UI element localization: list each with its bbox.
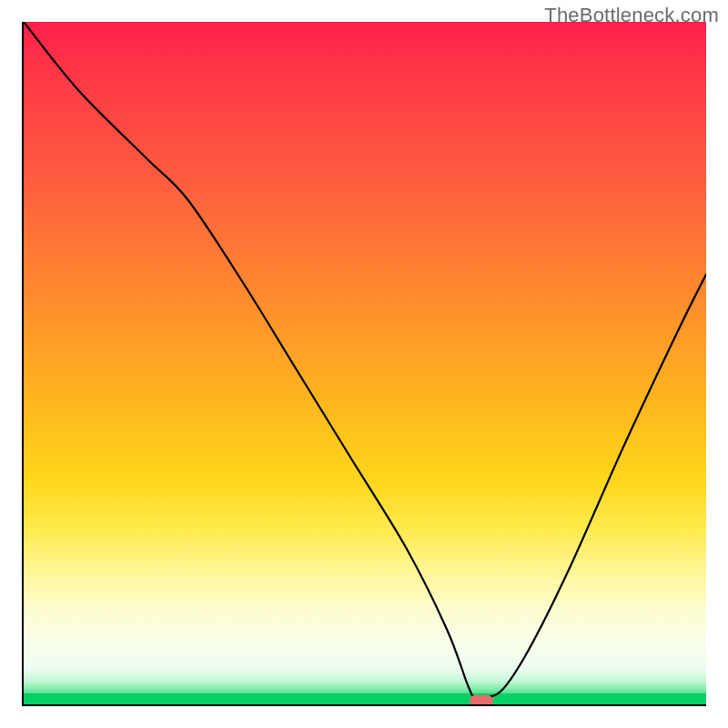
watermark-text: TheBottleneck.com [544,4,719,27]
y-axis [22,22,24,706]
plot-area [24,22,706,704]
bottleneck-curve [24,22,706,704]
chart-canvas: TheBottleneck.com [0,0,728,728]
optimum-marker [470,695,493,704]
x-axis [22,704,706,706]
